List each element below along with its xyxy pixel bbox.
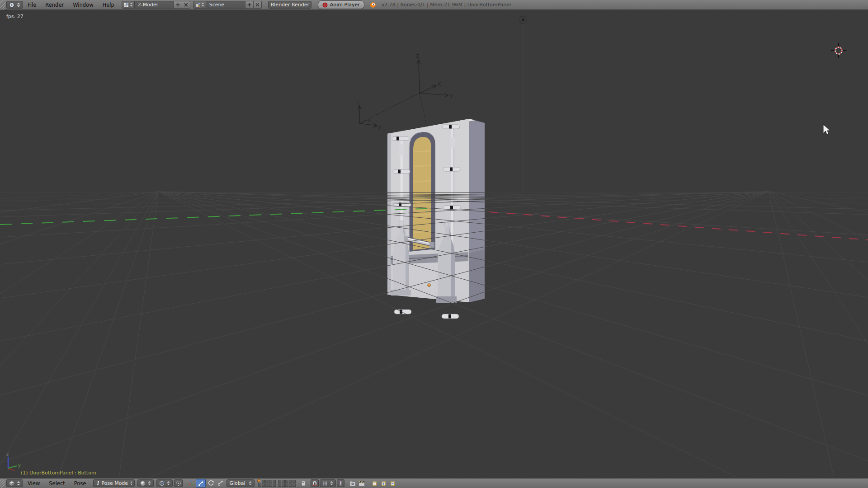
layer-toggle[interactable] (282, 483, 285, 487)
translate-icon (198, 480, 204, 486)
paste-flipped-pose-button[interactable] (388, 479, 397, 487)
area-corner-grip[interactable] (0, 0, 5, 10)
axis-label-z: Z (416, 53, 420, 59)
menu-view[interactable]: View (23, 479, 44, 488)
mini-axis-y-label: y (18, 463, 21, 468)
snap-target-icon (338, 481, 343, 486)
layer-toggle[interactable] (282, 480, 285, 483)
stepper-arrows-icon (17, 481, 20, 486)
menu-render[interactable]: Render (41, 0, 68, 10)
scale-icon (217, 480, 223, 486)
mode-label: Pose Mode (101, 480, 128, 486)
stepper-arrows-icon (201, 3, 204, 7)
layout-preview-icon (123, 2, 129, 8)
view3d-editor-icon (9, 481, 14, 486)
snap-increment-icon (322, 481, 328, 486)
stepper-arrows-icon (167, 481, 170, 486)
layer-toggle[interactable] (289, 480, 292, 483)
paste-flipped-pose-icon (390, 480, 395, 486)
viewport-shading-select[interactable] (137, 479, 154, 487)
layer-toggle[interactable] (278, 483, 281, 487)
bone-panel[interactable] (413, 137, 431, 250)
layer-toggle[interactable] (273, 483, 276, 487)
paste-pose-button[interactable] (379, 479, 388, 487)
viewport-3d[interactable]: Z X Y z x y z y (0, 0, 868, 488)
add-scene-button[interactable] (245, 1, 254, 9)
layer-toggle[interactable] (269, 480, 272, 483)
transform-orientation-select[interactable]: Global (226, 479, 255, 487)
layer-toggle[interactable] (285, 483, 288, 487)
opengl-render-animation-button[interactable] (357, 479, 366, 487)
copy-pose-icon (372, 480, 377, 486)
close-icon (255, 3, 259, 7)
menu-select[interactable]: Select (44, 479, 69, 488)
record-icon (322, 2, 328, 8)
axis-label-y-small: y (378, 125, 381, 130)
layer-toggle[interactable] (269, 483, 272, 487)
copy-pose-button[interactable] (370, 479, 379, 487)
area-corner-grip[interactable] (0, 479, 5, 488)
scene-name-field[interactable]: Scene (206, 1, 245, 9)
layer-toggle[interactable] (278, 480, 281, 483)
snap-toggle[interactable] (311, 479, 319, 487)
engine-label: Blender Render (271, 2, 309, 8)
layer-toggle[interactable] (289, 483, 292, 487)
info-editor-icon (9, 2, 14, 8)
lock-to-scene-toggle[interactable] (299, 479, 308, 487)
lock-icon (301, 480, 306, 486)
manipulator-scale-button[interactable] (216, 479, 225, 487)
menu-file[interactable]: File (23, 0, 41, 10)
pose-mode-icon (96, 481, 99, 486)
stepper-arrows-icon (148, 481, 151, 486)
snap-target-button[interactable] (337, 479, 344, 487)
scene-icon (195, 2, 200, 8)
editor-type-button[interactable] (6, 1, 23, 9)
center-points-icon (175, 480, 181, 486)
status-info: v2.78 | Bones:0/1 | Mem:21.96M | DoorBot… (382, 2, 511, 8)
magnet-icon (312, 481, 317, 486)
layer-toggle[interactable] (262, 480, 265, 483)
layer-toggle[interactable] (273, 480, 276, 483)
manipulator-translate-button[interactable] (196, 479, 206, 488)
layers-widget[interactable] (258, 480, 296, 487)
info-header: File Render Window Help 2-Model (0, 0, 868, 10)
scene-browse-button[interactable] (193, 1, 206, 9)
layout-browse-button[interactable] (122, 1, 135, 9)
render-engine-select[interactable]: Blender Render (268, 1, 311, 9)
layer-toggle[interactable] (258, 483, 261, 487)
opengl-render-image-button[interactable] (348, 479, 357, 487)
menu-pose[interactable]: Pose (70, 479, 91, 488)
manipulator-rotate-button[interactable] (206, 479, 215, 487)
stepper-arrows-icon (17, 3, 20, 7)
layer-toggle[interactable] (262, 483, 265, 487)
manipulate-center-points-toggle[interactable] (174, 479, 183, 487)
layer-toggle[interactable] (265, 480, 269, 483)
manipulator-toggle[interactable] (186, 479, 195, 487)
delete-scene-button[interactable] (254, 1, 262, 9)
layer-toggle[interactable] (292, 483, 296, 487)
orientation-label: Global (229, 480, 245, 486)
stepper-arrows-icon (249, 481, 252, 486)
manipulator-axes-icon (188, 480, 194, 486)
menu-window[interactable]: Window (68, 0, 98, 10)
layer-toggle[interactable] (292, 480, 296, 483)
fps-counter: fps: 27 (6, 14, 24, 19)
axis-label-x-small: x (368, 117, 371, 122)
add-layout-button[interactable] (174, 1, 182, 9)
anim-player-label: Anim Player (330, 2, 360, 8)
object-origin-dot (428, 284, 430, 286)
stepper-arrows-icon (130, 3, 133, 7)
layout-name-field[interactable]: 2-Model (135, 1, 174, 9)
stepper-arrows-icon (130, 481, 132, 486)
camera-icon (349, 481, 356, 486)
layer-toggle[interactable] (265, 483, 269, 487)
layer-toggle[interactable] (285, 480, 288, 483)
anim-player-button[interactable]: Anim Player (318, 0, 364, 9)
editor-type-button[interactable] (6, 479, 23, 487)
pivot-point-select[interactable] (156, 479, 173, 487)
mode-select[interactable]: Pose Mode (93, 479, 135, 487)
axis-label-x: X (438, 81, 441, 87)
snap-element-select[interactable] (320, 479, 336, 487)
delete-layout-button[interactable] (182, 1, 190, 9)
menu-help[interactable]: Help (98, 0, 119, 10)
